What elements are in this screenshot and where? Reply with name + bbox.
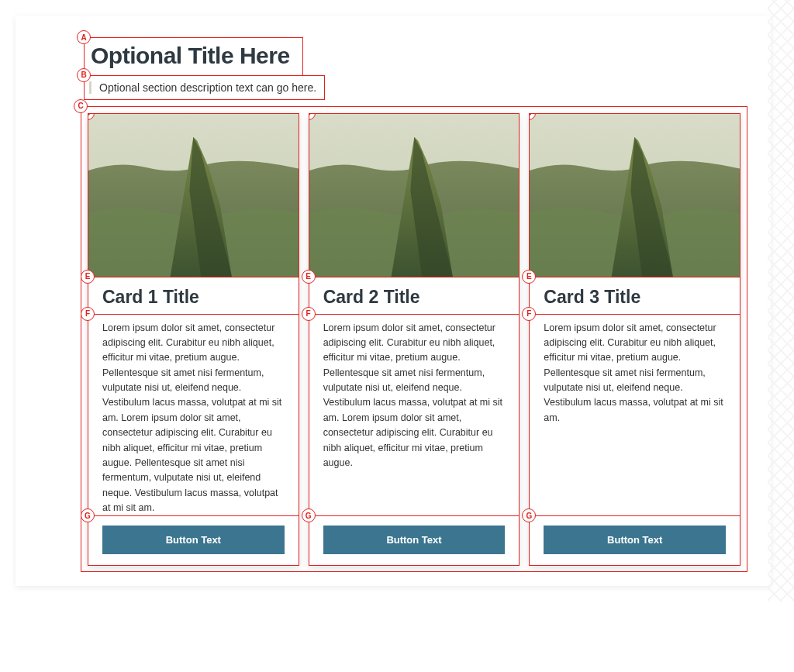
- card-button[interactable]: Button Text: [102, 526, 285, 554]
- card-text-region: F Lorem ipsum dolor sit amet, consectetu…: [529, 315, 740, 517]
- section-description-region: B Optional section description text can …: [84, 75, 325, 100]
- card-title: Card 3 Title: [530, 287, 740, 308]
- cards-section: C D: [81, 106, 747, 573]
- section-title-region: A Optional Title Here: [84, 37, 303, 76]
- annotation-marker-e: E: [522, 270, 536, 284]
- annotation-marker-g: G: [522, 508, 536, 522]
- annotation-marker-f: F: [81, 307, 95, 321]
- card-image-region: D: [529, 113, 740, 277]
- decorative-pattern: [768, 0, 794, 601]
- section-description: Optional section description text can go…: [89, 81, 316, 94]
- annotation-marker-a: A: [77, 30, 91, 44]
- card-button[interactable]: Button Text: [544, 526, 726, 554]
- card-title-region: E Card 1 Title: [88, 277, 299, 315]
- card-text-region: F Lorem ipsum dolor sit amet, consectetu…: [88, 315, 299, 517]
- annotation-marker-g: G: [81, 508, 95, 522]
- card-button-region: G Button Text: [529, 516, 740, 566]
- card-button-region: G Button Text: [309, 516, 520, 566]
- annotation-marker-b: B: [77, 68, 91, 82]
- card-title-region: E Card 2 Title: [309, 277, 520, 315]
- annotation-marker-c: C: [74, 99, 88, 113]
- annotation-marker-f: F: [522, 307, 536, 321]
- card-text: Lorem ipsum dolor sit amet, consectetur …: [323, 321, 506, 471]
- card: D E Card 3 Title: [529, 113, 740, 566]
- card-text: Lorem ipsum dolor sit amet, consectetur …: [102, 321, 285, 516]
- card-image-region: D: [88, 113, 299, 277]
- mountain-image: [88, 114, 299, 277]
- mountain-image: [309, 114, 520, 277]
- card-text: Lorem ipsum dolor sit amet, consectetur …: [544, 321, 726, 426]
- card: D: [88, 113, 299, 566]
- card: D E Card 2 Title: [309, 113, 520, 566]
- card-title: Card 1 Title: [88, 287, 299, 308]
- card-button[interactable]: Button Text: [323, 526, 506, 554]
- card-button-region: G Button Text: [88, 516, 299, 566]
- page-container: A Optional Title Here B Optional section…: [16, 16, 771, 586]
- annotation-marker-e: E: [302, 270, 316, 284]
- section-title: Optional Title Here: [91, 43, 290, 69]
- card-image-region: D: [309, 113, 520, 277]
- annotation-marker-e: E: [81, 270, 95, 284]
- card-title-region: E Card 3 Title: [529, 277, 740, 315]
- annotation-marker-g: G: [302, 508, 316, 522]
- card-title: Card 2 Title: [309, 287, 520, 308]
- cards-row: D: [88, 113, 740, 566]
- card-text-region: F Lorem ipsum dolor sit amet, consectetu…: [309, 315, 520, 517]
- annotation-marker-f: F: [302, 307, 316, 321]
- mountain-image: [530, 114, 740, 277]
